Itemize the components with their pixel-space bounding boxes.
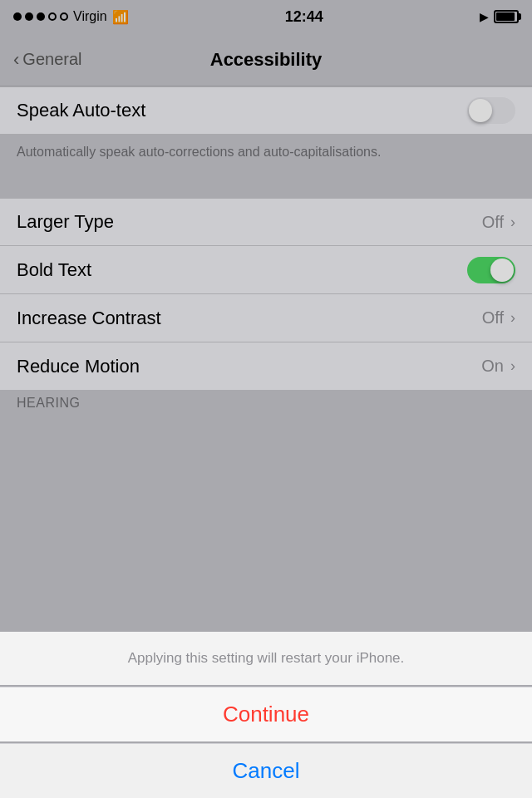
action-sheet: Applying this setting will restart your …: [0, 632, 532, 798]
dialog-message-container: Applying this setting will restart your …: [0, 632, 532, 685]
continue-button[interactable]: Continue: [0, 687, 532, 741]
continue-button-label: Continue: [223, 702, 309, 727]
cancel-button-label: Cancel: [233, 758, 300, 784]
dialog-overlay: Applying this setting will restart your …: [0, 0, 532, 798]
dialog-message-text: Applying this setting will restart your …: [128, 650, 405, 666]
cancel-button[interactable]: Cancel: [0, 743, 532, 798]
